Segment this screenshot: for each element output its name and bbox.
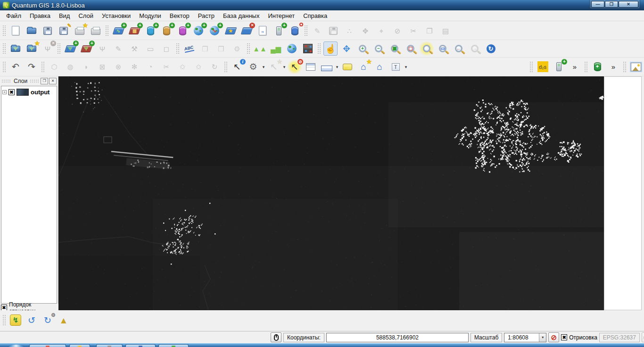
menu-help[interactable]: Справка [299, 11, 331, 21]
taskbar-app-3[interactable] [96, 344, 123, 347]
scale-combo[interactable]: 1:80608 ▾ [504, 333, 546, 342]
add-spatialite-layer-icon[interactable]: + [159, 24, 173, 38]
new-shapefile-layer-icon[interactable]: ★ [223, 24, 238, 38]
add-raster-layer-icon[interactable]: ▦+ [127, 24, 141, 38]
open-project-icon[interactable] [25, 24, 39, 38]
scale-dropdown-button[interactable]: ▾ [539, 333, 546, 342]
offset-curve-icon[interactable]: ◔ [143, 60, 157, 74]
toolbar-handle[interactable] [623, 61, 627, 73]
grass-close-mapset-icon[interactable]: Ψ✕ [41, 41, 55, 56]
map-refresh-icon[interactable]: ↻ [484, 41, 498, 56]
layer-checkbox[interactable]: ✖ [8, 89, 15, 95]
render-checkbox[interactable]: ✖ [561, 334, 567, 340]
image-export-plugin-icon[interactable] [629, 60, 643, 74]
deselect-features-icon[interactable]: ↖⊘ [288, 60, 302, 74]
new-bookmark-icon[interactable]: ⌂★ [356, 60, 371, 74]
new-project-icon[interactable] [8, 24, 23, 38]
zoom-in-icon[interactable]: + [355, 41, 370, 56]
remove-layer-icon[interactable]: ✕ [239, 24, 254, 38]
print-composer-icon[interactable] [89, 24, 103, 38]
minimize-button[interactable]: — [591, 1, 604, 8]
menu-file[interactable]: Файл [2, 11, 25, 21]
toolbar-handle[interactable] [2, 43, 6, 54]
grass-digitize-icon[interactable]: ✎ [111, 41, 125, 56]
gps-tools-icon[interactable]: + [272, 24, 286, 38]
north-arrow-decoration-icon[interactable]: ❒ [214, 41, 228, 56]
menu-vector[interactable]: Вектор [165, 11, 194, 21]
add-part-icon[interactable]: ◗ [79, 60, 93, 74]
delete-ring-icon[interactable]: ⊠ [95, 60, 109, 74]
grass-tools-icon[interactable]: ⚒ [127, 41, 141, 56]
dem-plugin-icon[interactable]: ▲ [57, 313, 71, 327]
merge-attributes-icon[interactable]: ✩ [191, 60, 206, 74]
grass-edit-vector-icon[interactable]: Ψ [95, 41, 109, 56]
rotate-point-symbols-icon[interactable]: ✻ [127, 60, 141, 74]
expand-icon[interactable]: + [2, 90, 7, 94]
save-project-icon[interactable] [41, 24, 55, 38]
title-bar[interactable]: Q Quantum GIS 1.8.0-Lisboa — ❐ ✕ [0, 0, 644, 10]
toolbar-handle[interactable] [2, 25, 6, 36]
toolbar-handle[interactable] [105, 25, 109, 36]
add-grass-raster-layer-icon[interactable]: Ψ+ [79, 41, 93, 56]
add-wfs-layer-icon[interactable]: ∿+ [207, 24, 222, 38]
repair-plugin-icon[interactable]: ↻⚙ [41, 313, 55, 327]
map-canvas[interactable] [58, 76, 604, 310]
copyright-decoration-icon[interactable]: ❒ [198, 41, 212, 56]
toggle-editing-icon[interactable]: ✎ [310, 24, 324, 38]
undo-icon[interactable]: ↶ [8, 60, 23, 74]
zoom-actual-size-icon[interactable]: ▭ [436, 41, 450, 56]
import-layer-icon[interactable] [288, 24, 302, 38]
grass-new-mapset-icon[interactable]: Ψ★ [25, 41, 39, 56]
zoom-last-icon[interactable]: ← [452, 41, 466, 56]
capture-point-icon[interactable]: ∴ [342, 24, 356, 38]
restore-button[interactable]: ❐ [605, 1, 618, 8]
redo-icon[interactable]: ↷ [25, 60, 39, 74]
mouse-extent-button[interactable] [271, 332, 281, 342]
simplify-feature-icon[interactable]: ⬡ [47, 60, 61, 74]
crs-button[interactable] [642, 332, 644, 342]
gps-import-icon[interactable]: + [552, 60, 566, 74]
menu-edit[interactable]: Правка [25, 11, 55, 21]
menu-layer[interactable]: Слой [74, 11, 98, 21]
pan-to-selection-icon[interactable]: ✥ [339, 41, 354, 56]
zoom-to-selection-icon[interactable]: ▢ [404, 41, 418, 56]
add-mssql-layer-icon[interactable]: + [175, 24, 190, 38]
add-grass-vector-layer-icon[interactable]: Ψ+ [63, 41, 77, 56]
toolbar-handle[interactable] [584, 61, 588, 73]
toolbar-handle[interactable] [529, 61, 533, 73]
histogram-tool-icon[interactable]: ▄▆ [269, 41, 283, 56]
select-features-icon[interactable]: ↖★ [267, 60, 281, 74]
toolbar-overflow-icon-2[interactable]: » [606, 60, 620, 74]
select-features-dropdown[interactable]: ▾ [282, 60, 287, 74]
toolbar-handle[interactable] [176, 43, 180, 54]
menu-web[interactable]: Интернет [264, 11, 299, 21]
delete-selected-icon[interactable]: ⊘ [390, 24, 405, 38]
menu-view[interactable]: Вид [55, 11, 74, 21]
taskbar-app-5[interactable] [158, 344, 189, 347]
toolbar-handle[interactable] [2, 61, 6, 73]
panel-close-button[interactable]: ✕ [49, 78, 57, 84]
measure-dropdown[interactable]: ▾ [335, 60, 339, 74]
zoom-next-icon[interactable]: → [468, 41, 482, 56]
grass-region-edit-icon[interactable]: ◻ [159, 41, 173, 56]
add-wms-layer-icon[interactable]: + [191, 24, 206, 38]
text-annotation-icon[interactable]: T [388, 60, 403, 74]
coordinates-input[interactable]: 588538,7166902 [326, 333, 469, 342]
plugin-installer-icon[interactable]: ↯ [8, 313, 23, 327]
menu-plugins[interactable]: Модули [135, 11, 165, 21]
toolbar-handle[interactable] [2, 314, 6, 326]
feature-action-dropdown[interactable]: ▾ [261, 60, 266, 74]
toolbar-handle[interactable] [317, 43, 321, 54]
text-annotation-dropdown[interactable]: ▾ [404, 60, 408, 74]
stop-render-button[interactable]: ⊘ [548, 332, 559, 342]
rotate-feature-icon[interactable]: ↻ [207, 60, 222, 74]
toolbar-handle[interactable] [304, 25, 308, 36]
toolbar-overflow-icon[interactable]: » [568, 60, 582, 74]
panel-float-button[interactable]: ❐ [41, 78, 48, 84]
close-button[interactable]: ✕ [619, 1, 638, 8]
start-button[interactable] [8, 345, 24, 347]
cut-features-icon[interactable]: ✂ [406, 24, 421, 38]
grass-open-mapset-icon[interactable]: Ψ [8, 41, 23, 56]
taskbar-app-4[interactable] [125, 344, 156, 347]
add-postgis-layer-icon[interactable]: + [143, 24, 157, 38]
